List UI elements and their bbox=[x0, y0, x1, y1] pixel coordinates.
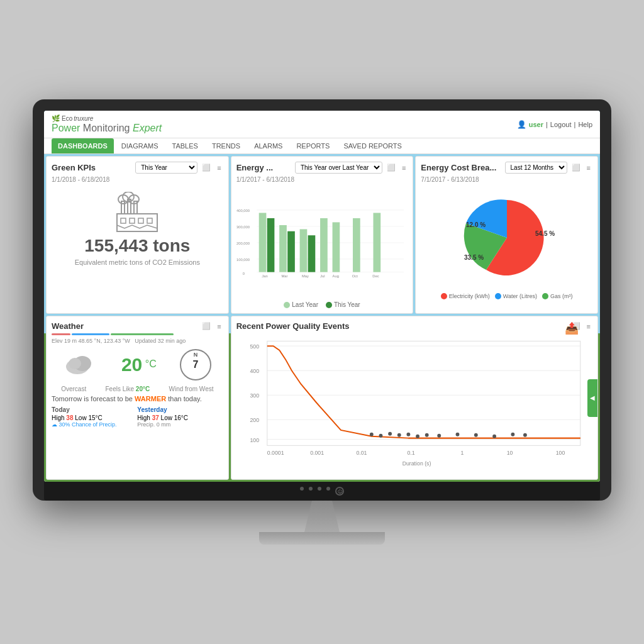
product-power: Power bbox=[52, 123, 80, 133]
indicator-dot-2 bbox=[309, 487, 313, 491]
svg-text:Aug: Aug bbox=[332, 274, 338, 278]
green-kpi-window-btn[interactable]: ⬜ bbox=[200, 163, 213, 172]
last-year-label: Last Year bbox=[292, 301, 318, 308]
energy-cost-dropdown[interactable]: Last 12 Months This Year bbox=[505, 162, 567, 174]
nav-trends[interactable]: TRENDS bbox=[206, 138, 247, 153]
nav-dashboards[interactable]: DASHBOARDS bbox=[52, 138, 114, 153]
weather-header: Weather ⬜ ≡ bbox=[52, 321, 223, 331]
eco-logo: 🌿 Eco truxure bbox=[52, 114, 162, 123]
svg-rect-6 bbox=[117, 214, 157, 231]
svg-text:200,000: 200,000 bbox=[236, 242, 250, 245]
svg-rect-10 bbox=[147, 218, 152, 223]
nav-tables[interactable]: TABLES bbox=[166, 138, 204, 153]
pie-chart: 54.5 % 33.5 % 12.0 % bbox=[450, 191, 564, 288]
brand-truxure: truxure bbox=[74, 115, 93, 122]
kpi-label: Equivalent metric tons of CO2 Emissions bbox=[75, 258, 200, 266]
today-high-label: High bbox=[52, 414, 66, 421]
indicator-dot-1 bbox=[300, 487, 304, 491]
monitor-stand bbox=[259, 501, 385, 545]
svg-text:300: 300 bbox=[250, 392, 259, 399]
weather-window-btn[interactable]: ⬜ bbox=[200, 321, 213, 331]
energy-header: Energy ... This Year over Last Year Last… bbox=[236, 162, 408, 174]
svg-point-60 bbox=[388, 432, 392, 436]
user-area: 👤 user | Logout | Help bbox=[517, 120, 592, 129]
water-label: Water (Litres) bbox=[503, 293, 537, 299]
energy-cost-controls: Last 12 Months This Year ⬜ ≡ bbox=[505, 162, 592, 174]
user-name[interactable]: user bbox=[529, 121, 543, 128]
svg-text:Jan: Jan bbox=[262, 274, 267, 278]
sidebar-collapse-tab[interactable]: ◀ bbox=[587, 379, 597, 417]
green-kpi-dropdown[interactable]: This Year Last Year Last 12 Months bbox=[135, 162, 197, 174]
svg-point-62 bbox=[406, 433, 410, 436]
energy-window-btn[interactable]: ⬜ bbox=[385, 163, 397, 172]
svg-rect-27 bbox=[308, 235, 315, 272]
weather-updated: Updated 32 min ago bbox=[135, 338, 186, 344]
leaf-icon: 🌿 bbox=[52, 114, 60, 123]
energy-menu-btn[interactable]: ≡ bbox=[400, 164, 408, 172]
monitor: 🌿 Eco truxure Power Monitoring Expert 👤 … bbox=[33, 99, 611, 501]
svg-point-66 bbox=[455, 433, 459, 436]
gas-label: Gas (m³) bbox=[550, 293, 573, 299]
energy-controls: This Year over Last Year Last Year This … bbox=[295, 162, 408, 174]
svg-rect-24 bbox=[279, 225, 287, 272]
svg-text:10: 10 bbox=[506, 450, 513, 456]
top-bar: 🌿 Eco truxure Power Monitoring Expert 👤 … bbox=[44, 111, 600, 138]
svg-text:0.0001: 0.0001 bbox=[267, 450, 284, 456]
weather-widget: Weather ⬜ ≡ El bbox=[46, 316, 229, 480]
svg-rect-22 bbox=[258, 213, 266, 272]
legend-last-year: Last Year bbox=[284, 301, 318, 308]
last-year-dot bbox=[284, 302, 290, 308]
svg-text:0.01: 0.01 bbox=[356, 450, 367, 456]
svg-point-64 bbox=[425, 433, 428, 437]
weather-forecast: Tomorrow is forecast to be WARMER than t… bbox=[52, 395, 223, 402]
feels-like: Feels Like 20°C bbox=[106, 386, 150, 392]
weather-today-yesterday: Today High 38 Low 15°C ☁ 30% Chance of bbox=[52, 406, 223, 428]
svg-rect-7 bbox=[121, 218, 126, 223]
nav-diagrams[interactable]: DIAGRAMS bbox=[115, 138, 165, 153]
nav-reports[interactable]: REPORTS bbox=[290, 138, 336, 153]
stand-neck bbox=[297, 501, 347, 532]
power-quality-title: Recent Power Quality Events bbox=[236, 321, 350, 331]
svg-rect-56 bbox=[267, 341, 580, 445]
help-link[interactable]: Help bbox=[578, 121, 592, 128]
weather-menu-btn[interactable]: ≡ bbox=[215, 322, 223, 331]
energy-cost-title: Energy Cost Brea... bbox=[421, 163, 496, 172]
energy-dropdown[interactable]: This Year over Last Year Last Year This … bbox=[295, 162, 382, 174]
pie-container: 54.5 % 33.5 % 12.0 % Electricity (kWh) bbox=[421, 186, 592, 304]
weather-title: Weather bbox=[52, 321, 84, 331]
power-quality-menu-btn[interactable]: ≡ bbox=[585, 322, 592, 331]
today-temps: High 38 Low 15°C bbox=[52, 414, 137, 421]
power-button[interactable]: ⏻ bbox=[335, 487, 344, 496]
logout-link[interactable]: Logout bbox=[550, 121, 572, 128]
energy-widget: Energy ... This Year over Last Year Last… bbox=[231, 156, 414, 314]
green-kpi-menu-btn[interactable]: ≡ bbox=[215, 164, 223, 172]
energy-cost-menu-btn[interactable]: ≡ bbox=[585, 164, 592, 172]
svg-rect-25 bbox=[287, 231, 295, 272]
nav-alarms[interactable]: ALARMS bbox=[248, 138, 289, 153]
compass: N 7 bbox=[180, 349, 211, 380]
nav-saved-reports[interactable]: SAVED REPORTS bbox=[337, 138, 408, 153]
power-quality-header: Recent Power Quality Events ⬜ ≡ bbox=[236, 321, 592, 331]
product-expert: Expert bbox=[133, 123, 162, 133]
separator: | bbox=[546, 121, 548, 128]
energy-chart: 400,000 300,000 200,000 100,000 0 kWh bbox=[236, 186, 408, 299]
pie-legend: Electricity (kWh) Water (Litres) Gas (m³… bbox=[441, 293, 573, 299]
energy-cost-window-btn[interactable]: ⬜ bbox=[570, 163, 582, 172]
product-monitoring: Monitoring bbox=[83, 123, 133, 133]
export-icon[interactable]: 📤 bbox=[565, 321, 579, 335]
legend-electricity: Electricity (kWh) bbox=[441, 293, 490, 299]
svg-text:500: 500 bbox=[250, 343, 259, 350]
svg-point-61 bbox=[397, 433, 401, 437]
svg-text:200: 200 bbox=[250, 417, 259, 423]
indicator-dot-4 bbox=[326, 487, 330, 491]
stand-base bbox=[259, 532, 385, 545]
user-icon: 👤 bbox=[517, 120, 526, 129]
svg-rect-9 bbox=[138, 218, 143, 223]
green-kpi-header: Green KPIs This Year Last Year Last 12 M… bbox=[52, 162, 223, 174]
logo-area: 🌿 Eco truxure Power Monitoring Expert bbox=[52, 114, 162, 134]
yesterday-temps: High 37 Low 16°C bbox=[137, 414, 223, 421]
compass-value: 7 bbox=[193, 359, 199, 370]
svg-point-63 bbox=[416, 435, 419, 438]
nav-bar: DASHBOARDS DIAGRAMS TABLES TRENDS ALARMS… bbox=[44, 138, 600, 154]
svg-rect-26 bbox=[299, 229, 307, 272]
